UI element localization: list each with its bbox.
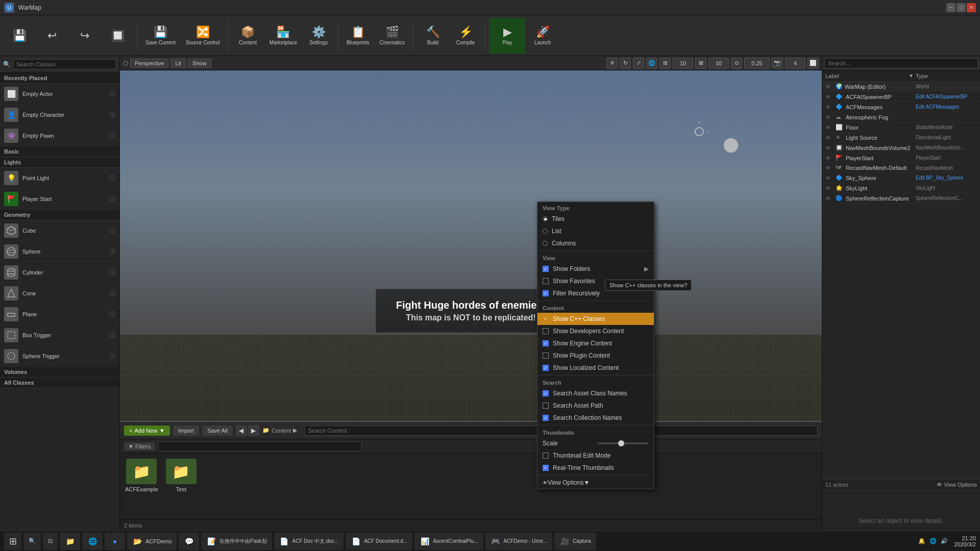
taskbar-word-1[interactable]: 📄 ACF Doc 中文.doc... (274, 533, 344, 550)
list-item[interactable]: 🚩 Player Start ⓘ (0, 189, 119, 210)
list-item[interactable]: Plane ⓘ (0, 304, 119, 325)
outliner-actor-item[interactable]: 👁 🗺 RecastNavMesh-Default RecastNavMesh (822, 163, 980, 173)
outliner-world-item[interactable]: 👁 🌍 WarMap (Editor) World (822, 82, 980, 92)
show-localized-content-option[interactable]: ✓ Show Localized Content (537, 362, 654, 374)
breadcrumb-item[interactable]: 📁 (262, 427, 270, 434)
show-engine-content-option[interactable]: ✓ Show Engine Content (537, 337, 654, 349)
list-item[interactable]: Cylinder ⓘ (0, 262, 119, 283)
columns-option[interactable]: Columns (537, 237, 654, 249)
list-item[interactable]: ⬜ Empty Actor ⓘ (0, 84, 119, 105)
info-icon[interactable]: ⓘ (109, 195, 115, 204)
thumbnail-edit-mode-option[interactable]: Thumbnail Edit Mode (537, 449, 654, 462)
outliner-actor-item[interactable]: 👁 🔲 NavMeshBoundsVolume2 NavMeshBoundsVo… (822, 143, 980, 153)
taskbar-ascentcombat[interactable]: 📊 AscentCombatPlu... (414, 533, 483, 550)
quick-save-btn[interactable]: 💾 (4, 18, 35, 54)
show-cpp-classes-option[interactable]: ✓ Show C++ Classes (537, 313, 654, 325)
select-btn[interactable]: 🔲 (102, 18, 133, 54)
minimize-btn[interactable]: ─ (946, 3, 955, 12)
info-icon[interactable]: ⓘ (109, 174, 115, 183)
forward-arrow[interactable]: ▶ (248, 425, 259, 436)
grid-size-2[interactable]: 10 (708, 58, 729, 69)
info-icon[interactable]: ⓘ (109, 289, 115, 298)
list-item[interactable]: 👤 Empty Character ⓘ (0, 105, 119, 126)
build-btn[interactable]: 🔨 Build (418, 18, 448, 54)
search-asset-path-option[interactable]: Search Asset Path (537, 399, 654, 412)
taskbar-pask[interactable]: 📝 在推件中中由Pask划 (201, 533, 272, 550)
list-option[interactable]: List (537, 225, 654, 237)
list-item[interactable]: Cube ⓘ (0, 220, 119, 241)
list-item[interactable]: 👾 Empty Pawn ⓘ (0, 126, 119, 146)
taskbar-captura[interactable]: 🎥 Captura (554, 533, 596, 550)
translate-icon[interactable]: ✛ (606, 58, 618, 69)
show-folders-option[interactable]: ✓ Show Folders ▶ (537, 263, 654, 275)
lit-btn[interactable]: Lit (170, 59, 186, 68)
outliner-actor-item[interactable]: 👁 🌟 SkyLight SkyLight (822, 183, 980, 193)
outliner-actor-item[interactable]: 👁 ☀ Light Source DirectionalLight (822, 133, 980, 143)
taskbar-file-explorer[interactable]: 📁 (60, 533, 80, 550)
rotation-snap-icon[interactable]: ⊙ (731, 58, 742, 69)
source-control-btn[interactable]: 🔀 Source Control (182, 18, 224, 54)
outliner-actor-item[interactable]: 👁 🔵 SphereReflectionCapture SphereReflec… (822, 193, 980, 204)
window-controls[interactable]: ─ □ ✕ (946, 3, 976, 12)
redo-btn[interactable]: ↪ (69, 18, 100, 54)
view-options-btn[interactable]: 👁 View Options (937, 482, 977, 488)
scale-icon[interactable]: ⤢ (633, 58, 644, 69)
play-btn[interactable]: ▶ Play (489, 18, 525, 54)
visibility-icon[interactable]: 👁 (825, 135, 834, 141)
taskbar-search[interactable]: 🔍 (23, 533, 41, 550)
tiles-option[interactable]: Tiles (537, 213, 654, 225)
visibility-icon[interactable]: 👁 (825, 155, 834, 161)
outliner-actor-item[interactable]: 👁 🔷 ACFMessages Edit ACFMessages (822, 102, 980, 112)
info-icon[interactable]: ⓘ (109, 227, 115, 235)
info-icon[interactable]: ⓘ (109, 352, 115, 361)
notification-area[interactable]: 🔔 (918, 538, 925, 544)
taskbar-acfdemo-ue[interactable]: 🎮 ACFDemo - Unre... (485, 533, 553, 550)
realtime-thumbnails-option[interactable]: ✓ Real-Time Thumbnails (537, 462, 654, 474)
undo-btn[interactable]: ↩ (37, 18, 67, 54)
outliner-actor-item[interactable]: 👁 🔷 ACFAISpawnerBP Edit ACFAISpawnerBP (822, 92, 980, 102)
search-classes-input[interactable] (13, 59, 116, 69)
launch-btn[interactable]: 🚀 Launch (527, 18, 558, 54)
network-icon[interactable]: 🌐 (929, 538, 937, 544)
back-arrow[interactable]: ◀ (236, 425, 247, 436)
search-collection-names-option[interactable]: ✓ Search Collection Names (537, 412, 654, 424)
show-plugin-content-option[interactable]: Show Plugin Content (537, 349, 654, 362)
filters-button[interactable]: ▼ Filters (124, 442, 155, 450)
show-btn[interactable]: Show (188, 59, 211, 68)
outliner-actor-item[interactable]: 👁 ☁ Atmospheric Fog (822, 112, 980, 122)
grid-snap-size[interactable]: 10 (673, 58, 693, 69)
taskbar-acfdemo-folder[interactable]: 📂 ACFDemo (127, 533, 177, 550)
info-icon[interactable]: ⓘ (109, 310, 115, 319)
breadcrumb-label[interactable]: Content (272, 428, 291, 434)
blueprints-btn[interactable]: 📋 Blueprints (342, 18, 373, 54)
info-icon[interactable]: ⓘ (109, 90, 115, 98)
breadcrumb-expand[interactable]: ▶ (293, 427, 297, 434)
save-current-btn[interactable]: 💾 Save Current (141, 18, 180, 54)
search-asset-class-names-option[interactable]: ✓ Search Asset Class Names (537, 387, 654, 399)
visibility-icon[interactable]: 👁 (825, 185, 834, 191)
taskbar-taskview[interactable]: ⊡ (43, 533, 58, 550)
scale-slider-track[interactable] (598, 442, 649, 444)
content-btn[interactable]: 📦 Content (233, 18, 263, 54)
content-folder-acfexample[interactable]: 📁 ACFExample (125, 459, 158, 492)
visibility-icon[interactable]: 👁 (825, 114, 834, 120)
start-button[interactable]: ⊞ (4, 533, 21, 550)
camera-icon[interactable]: 📷 (772, 58, 783, 69)
info-icon[interactable]: ⓘ (109, 331, 115, 340)
rotate-icon[interactable]: ↻ (620, 58, 631, 69)
outliner-actor-item[interactable]: 👁 ⬜ Floor StaticMeshActor (822, 122, 980, 133)
surface-snap-icon[interactable]: ⊞ (659, 58, 671, 69)
fov-value[interactable]: 4 (785, 58, 805, 69)
visibility-icon[interactable]: 👁 (825, 175, 834, 181)
taskbar-word-2[interactable]: 📄 ACF Document.d... (346, 533, 412, 550)
outliner-actor-item[interactable]: 👁 🚩 PlayerStart PlayerStart (822, 153, 980, 163)
visibility-icon[interactable]: 👁 (825, 104, 834, 110)
list-item[interactable]: Box Trigger ⓘ (0, 325, 119, 346)
visibility-icon[interactable]: 👁 (825, 84, 834, 90)
maximize-viewport-icon[interactable]: ⬜ (807, 58, 819, 69)
cinematics-btn[interactable]: 🎬 Cinematics (376, 18, 409, 54)
sort-icon[interactable]: ▼ (909, 73, 914, 79)
perspective-btn[interactable]: Perspective (130, 59, 168, 68)
outliner-actor-item[interactable]: 👁 🔷 Sky_Sphere Edit BP_Sky_Sphere (822, 173, 980, 183)
compile-btn[interactable]: ⚡ Compile (450, 18, 481, 54)
